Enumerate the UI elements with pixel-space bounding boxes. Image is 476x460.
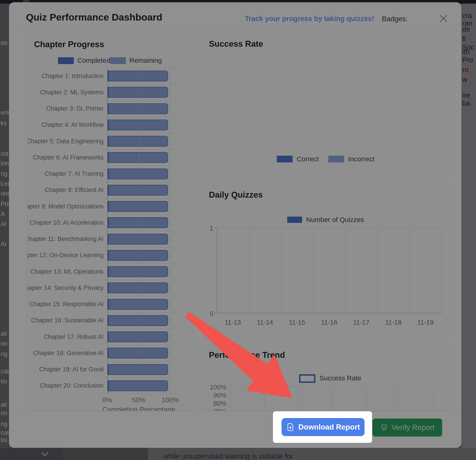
download-report-button[interactable]: Download Report	[281, 418, 365, 436]
download-report-label: Download Report	[298, 423, 360, 431]
file-download-icon	[286, 423, 295, 431]
dim-overlay	[0, 0, 476, 460]
tutorial-spotlight: Download Report	[273, 411, 372, 443]
screenshot-root: enerinksizaionngLeaonsPrivAAIAIationngca…	[0, 0, 476, 460]
